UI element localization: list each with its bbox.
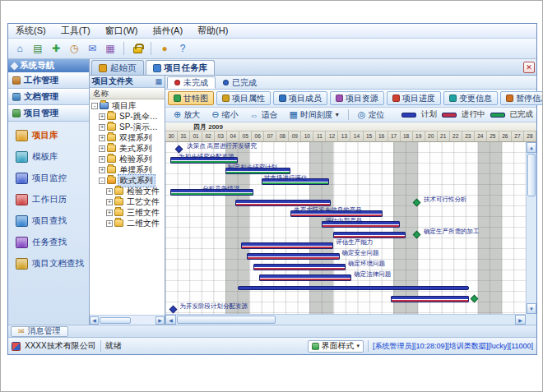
menu-system[interactable]: 系统(S)	[8, 24, 53, 38]
gantt-milestone[interactable]	[169, 306, 177, 314]
gantt-day-label: 08	[276, 131, 289, 141]
gantt-milestone[interactable]	[413, 231, 421, 239]
zoom-out-button[interactable]: ⊖缩小	[207, 108, 243, 122]
folder-view-icon[interactable]: ▦	[155, 77, 162, 85]
tree-item[interactable]: +检验文件	[90, 186, 165, 196]
btn-project-members[interactable]: 项目成员	[273, 91, 327, 105]
tree-item[interactable]: +工艺文件	[90, 196, 165, 207]
expand-icon[interactable]: +	[106, 199, 113, 205]
gantt-day-label: 19	[413, 131, 425, 141]
menu-plugins[interactable]: 插件(A)	[145, 24, 190, 38]
collapse-icon[interactable]: -	[91, 103, 98, 109]
expand-icon[interactable]: +	[99, 124, 105, 131]
nav-project-doc-search[interactable]: 项目文档查找	[8, 253, 89, 274]
folder-icon	[107, 134, 116, 141]
btn-gantt[interactable]: 甘特图	[168, 91, 214, 105]
nav-task-search[interactable]: 任务查找	[8, 232, 89, 253]
menu-help[interactable]: 帮助(H)	[190, 24, 235, 38]
expand-icon[interactable]: +	[106, 220, 113, 227]
btn-change-info[interactable]: 变更信息	[443, 91, 498, 105]
gantt-task-label: 为开发阶段计划分配资源	[180, 302, 248, 311]
gantt-bar[interactable]	[391, 296, 469, 302]
expand-icon[interactable]: +	[99, 113, 105, 120]
scroll-down-arrow[interactable]: ▼	[527, 303, 536, 314]
nav-project-search[interactable]: 项目查找	[8, 210, 89, 232]
expand-icon[interactable]: +	[99, 135, 105, 141]
user-icon[interactable]: ●	[156, 41, 173, 57]
group-work-management[interactable]: 工作管理	[8, 72, 89, 89]
gantt-bar[interactable]	[333, 232, 406, 238]
gantt-milestone[interactable]	[471, 295, 479, 303]
scrollbar-track[interactable]	[276, 315, 515, 325]
scroll-left-arrow[interactable]: ◀	[165, 315, 176, 325]
group-document-management[interactable]: 文档管理	[8, 89, 89, 105]
tree-horizontal-scrollbar[interactable]: ◀ ▶	[90, 315, 165, 325]
tab-project-task-library[interactable]: 项目任务库	[146, 60, 216, 75]
clock-icon[interactable]: ◷	[66, 41, 82, 57]
tree-item[interactable]: -项目库	[90, 100, 165, 111]
gantt-bar[interactable]	[238, 286, 470, 290]
gantt-vertical-scrollbar[interactable]: ▲ ▼	[526, 142, 536, 314]
ui-style-dropdown[interactable]: 界面样式 ▾	[308, 340, 364, 353]
gantt-horizontal-scrollbar[interactable]: ◀ ▶	[165, 314, 526, 325]
new-item-icon[interactable]: ✚	[48, 41, 64, 57]
nav-template-library[interactable]: 模板库	[8, 146, 89, 168]
projects-icon[interactable]: ▤	[30, 41, 46, 57]
expand-icon[interactable]: +	[99, 167, 105, 173]
close-tab-button[interactable]: ✕	[523, 62, 535, 73]
gantt-milestone[interactable]	[413, 199, 421, 207]
expand-icon[interactable]: +	[106, 210, 113, 216]
collapse-icon[interactable]: -	[99, 178, 105, 184]
gantt-bar[interactable]	[247, 253, 339, 260]
gantt-bar[interactable]	[241, 242, 333, 249]
expand-icon[interactable]: +	[99, 145, 105, 152]
expand-icon[interactable]: +	[99, 156, 105, 163]
zoom-in-button[interactable]: ⊕放大	[169, 108, 205, 122]
filter-finished[interactable]: 已完成	[216, 76, 264, 89]
home-icon[interactable]: ⌂	[12, 41, 28, 57]
tree-item[interactable]: +双摆系列	[90, 132, 165, 143]
gantt-bar[interactable]	[253, 264, 346, 270]
scroll-right-arrow[interactable]: ▶	[155, 316, 165, 325]
report-icon[interactable]: ▦	[102, 41, 118, 57]
btn-project-progress[interactable]: 项目进度	[387, 91, 441, 105]
scroll-right-arrow[interactable]: ▶	[515, 315, 526, 325]
tree-item[interactable]: +二维文件	[90, 218, 165, 228]
help-icon[interactable]: ?	[174, 41, 191, 57]
tree-item[interactable]: +检验系列	[90, 154, 165, 164]
tree-item[interactable]: +三维文件	[90, 207, 165, 218]
nav-work-calendar[interactable]: 工作日历	[8, 189, 89, 210]
scroll-up-arrow[interactable]: ▲	[527, 142, 536, 153]
nav-project-monitor[interactable]: 项目监控	[8, 168, 89, 189]
nav-work-calendar-label: 工作日历	[32, 194, 67, 205]
tree-item[interactable]: +SP-演示机系	[90, 122, 165, 132]
scrollbar-thumb[interactable]	[177, 316, 276, 324]
message-management-tab[interactable]: ✉ 消息管理	[11, 326, 68, 337]
timescale-button[interactable]: ▦时间刻度▾	[284, 108, 343, 122]
group-project-management[interactable]: 项目管理	[8, 105, 89, 122]
tree-item[interactable]: -欧式系列	[90, 175, 165, 186]
gantt-milestone[interactable]	[175, 145, 183, 154]
mail-icon[interactable]: ✉	[84, 41, 100, 57]
locate-button[interactable]: ◎定位	[353, 108, 390, 122]
lock-icon[interactable]	[129, 41, 146, 57]
menu-window[interactable]: 窗口(W)	[98, 24, 146, 38]
nav-project-library[interactable]: 项目库	[8, 125, 89, 146]
filter-unfinished[interactable]: 未完成	[167, 76, 216, 89]
btn-project-properties[interactable]: 项目属性	[216, 91, 271, 105]
tree-item[interactable]: +SP-跳伞机系	[90, 111, 165, 122]
scrollbar-track[interactable]	[527, 197, 536, 303]
scrollbar-thumb[interactable]	[100, 317, 131, 324]
gantt-bar[interactable]	[259, 274, 351, 281]
fit-button[interactable]: ⇔适合	[244, 108, 282, 122]
tree-item[interactable]: +美式系列	[90, 143, 165, 154]
zoom-out-button-icon: ⊖	[211, 109, 219, 120]
menu-tools[interactable]: 工具(T)	[53, 24, 98, 38]
scrollbar-thumb[interactable]	[527, 154, 536, 196]
tab-start-page[interactable]: 起始页	[91, 60, 144, 75]
expand-icon[interactable]: +	[106, 188, 113, 195]
btn-pause-info[interactable]: 暂停信息	[500, 91, 543, 105]
gantt-bar[interactable]	[235, 200, 332, 206]
btn-project-resources[interactable]: 项目资源	[330, 91, 384, 105]
scroll-left-arrow[interactable]: ◀	[90, 316, 99, 325]
